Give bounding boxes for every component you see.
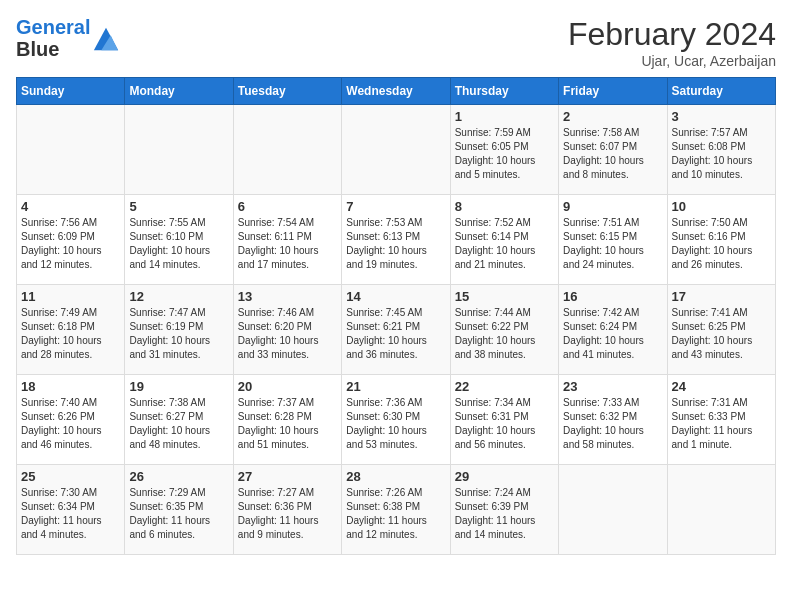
day-info: Sunrise: 7:34 AM Sunset: 6:31 PM Dayligh… xyxy=(455,396,554,452)
day-number: 12 xyxy=(129,289,228,304)
calendar-cell: 24Sunrise: 7:31 AM Sunset: 6:33 PM Dayli… xyxy=(667,375,775,465)
day-info: Sunrise: 7:41 AM Sunset: 6:25 PM Dayligh… xyxy=(672,306,771,362)
weekday-tuesday: Tuesday xyxy=(233,78,341,105)
weekday-monday: Monday xyxy=(125,78,233,105)
day-info: Sunrise: 7:51 AM Sunset: 6:15 PM Dayligh… xyxy=(563,216,662,272)
day-number: 24 xyxy=(672,379,771,394)
week-row-5: 25Sunrise: 7:30 AM Sunset: 6:34 PM Dayli… xyxy=(17,465,776,555)
weekday-friday: Friday xyxy=(559,78,667,105)
calendar-cell: 26Sunrise: 7:29 AM Sunset: 6:35 PM Dayli… xyxy=(125,465,233,555)
day-number: 21 xyxy=(346,379,445,394)
calendar-cell xyxy=(17,105,125,195)
calendar-cell: 29Sunrise: 7:24 AM Sunset: 6:39 PM Dayli… xyxy=(450,465,558,555)
weekday-saturday: Saturday xyxy=(667,78,775,105)
day-number: 8 xyxy=(455,199,554,214)
calendar-cell: 10Sunrise: 7:50 AM Sunset: 6:16 PM Dayli… xyxy=(667,195,775,285)
logo-text: GeneralBlue xyxy=(16,16,90,60)
calendar-cell: 8Sunrise: 7:52 AM Sunset: 6:14 PM Daylig… xyxy=(450,195,558,285)
day-info: Sunrise: 7:50 AM Sunset: 6:16 PM Dayligh… xyxy=(672,216,771,272)
day-info: Sunrise: 7:59 AM Sunset: 6:05 PM Dayligh… xyxy=(455,126,554,182)
day-info: Sunrise: 7:56 AM Sunset: 6:09 PM Dayligh… xyxy=(21,216,120,272)
day-info: Sunrise: 7:44 AM Sunset: 6:22 PM Dayligh… xyxy=(455,306,554,362)
calendar-cell xyxy=(233,105,341,195)
day-info: Sunrise: 7:26 AM Sunset: 6:38 PM Dayligh… xyxy=(346,486,445,542)
calendar-cell xyxy=(559,465,667,555)
calendar-cell: 20Sunrise: 7:37 AM Sunset: 6:28 PM Dayli… xyxy=(233,375,341,465)
logo-icon xyxy=(92,24,120,52)
location: Ujar, Ucar, Azerbaijan xyxy=(568,53,776,69)
page-header: GeneralBlue February 2024 Ujar, Ucar, Az… xyxy=(16,16,776,69)
day-info: Sunrise: 7:42 AM Sunset: 6:24 PM Dayligh… xyxy=(563,306,662,362)
calendar-cell xyxy=(667,465,775,555)
day-number: 15 xyxy=(455,289,554,304)
weekday-header-row: SundayMondayTuesdayWednesdayThursdayFrid… xyxy=(17,78,776,105)
calendar-cell: 4Sunrise: 7:56 AM Sunset: 6:09 PM Daylig… xyxy=(17,195,125,285)
day-info: Sunrise: 7:38 AM Sunset: 6:27 PM Dayligh… xyxy=(129,396,228,452)
day-info: Sunrise: 7:36 AM Sunset: 6:30 PM Dayligh… xyxy=(346,396,445,452)
day-number: 7 xyxy=(346,199,445,214)
calendar-cell: 27Sunrise: 7:27 AM Sunset: 6:36 PM Dayli… xyxy=(233,465,341,555)
day-number: 11 xyxy=(21,289,120,304)
calendar-cell: 19Sunrise: 7:38 AM Sunset: 6:27 PM Dayli… xyxy=(125,375,233,465)
calendar-cell: 22Sunrise: 7:34 AM Sunset: 6:31 PM Dayli… xyxy=(450,375,558,465)
title-area: February 2024 Ujar, Ucar, Azerbaijan xyxy=(568,16,776,69)
day-info: Sunrise: 7:37 AM Sunset: 6:28 PM Dayligh… xyxy=(238,396,337,452)
day-number: 27 xyxy=(238,469,337,484)
calendar-cell: 12Sunrise: 7:47 AM Sunset: 6:19 PM Dayli… xyxy=(125,285,233,375)
month-title: February 2024 xyxy=(568,16,776,53)
day-number: 28 xyxy=(346,469,445,484)
day-info: Sunrise: 7:46 AM Sunset: 6:20 PM Dayligh… xyxy=(238,306,337,362)
calendar-cell: 1Sunrise: 7:59 AM Sunset: 6:05 PM Daylig… xyxy=(450,105,558,195)
week-row-2: 4Sunrise: 7:56 AM Sunset: 6:09 PM Daylig… xyxy=(17,195,776,285)
calendar-cell: 13Sunrise: 7:46 AM Sunset: 6:20 PM Dayli… xyxy=(233,285,341,375)
day-info: Sunrise: 7:47 AM Sunset: 6:19 PM Dayligh… xyxy=(129,306,228,362)
calendar-cell: 3Sunrise: 7:57 AM Sunset: 6:08 PM Daylig… xyxy=(667,105,775,195)
day-number: 19 xyxy=(129,379,228,394)
day-number: 3 xyxy=(672,109,771,124)
day-info: Sunrise: 7:53 AM Sunset: 6:13 PM Dayligh… xyxy=(346,216,445,272)
day-number: 18 xyxy=(21,379,120,394)
calendar-cell: 25Sunrise: 7:30 AM Sunset: 6:34 PM Dayli… xyxy=(17,465,125,555)
day-info: Sunrise: 7:58 AM Sunset: 6:07 PM Dayligh… xyxy=(563,126,662,182)
calendar-cell xyxy=(342,105,450,195)
logo[interactable]: GeneralBlue xyxy=(16,16,120,60)
day-info: Sunrise: 7:29 AM Sunset: 6:35 PM Dayligh… xyxy=(129,486,228,542)
day-number: 2 xyxy=(563,109,662,124)
calendar-cell: 2Sunrise: 7:58 AM Sunset: 6:07 PM Daylig… xyxy=(559,105,667,195)
calendar-cell: 15Sunrise: 7:44 AM Sunset: 6:22 PM Dayli… xyxy=(450,285,558,375)
calendar-cell xyxy=(125,105,233,195)
day-number: 14 xyxy=(346,289,445,304)
week-row-3: 11Sunrise: 7:49 AM Sunset: 6:18 PM Dayli… xyxy=(17,285,776,375)
day-number: 29 xyxy=(455,469,554,484)
day-info: Sunrise: 7:57 AM Sunset: 6:08 PM Dayligh… xyxy=(672,126,771,182)
day-number: 20 xyxy=(238,379,337,394)
calendar-table: SundayMondayTuesdayWednesdayThursdayFrid… xyxy=(16,77,776,555)
week-row-4: 18Sunrise: 7:40 AM Sunset: 6:26 PM Dayli… xyxy=(17,375,776,465)
day-number: 10 xyxy=(672,199,771,214)
day-number: 26 xyxy=(129,469,228,484)
calendar-cell: 11Sunrise: 7:49 AM Sunset: 6:18 PM Dayli… xyxy=(17,285,125,375)
day-number: 1 xyxy=(455,109,554,124)
day-info: Sunrise: 7:54 AM Sunset: 6:11 PM Dayligh… xyxy=(238,216,337,272)
day-number: 13 xyxy=(238,289,337,304)
calendar-cell: 14Sunrise: 7:45 AM Sunset: 6:21 PM Dayli… xyxy=(342,285,450,375)
day-info: Sunrise: 7:30 AM Sunset: 6:34 PM Dayligh… xyxy=(21,486,120,542)
calendar-cell: 18Sunrise: 7:40 AM Sunset: 6:26 PM Dayli… xyxy=(17,375,125,465)
day-number: 25 xyxy=(21,469,120,484)
weekday-thursday: Thursday xyxy=(450,78,558,105)
day-info: Sunrise: 7:45 AM Sunset: 6:21 PM Dayligh… xyxy=(346,306,445,362)
calendar-cell: 9Sunrise: 7:51 AM Sunset: 6:15 PM Daylig… xyxy=(559,195,667,285)
calendar-cell: 28Sunrise: 7:26 AM Sunset: 6:38 PM Dayli… xyxy=(342,465,450,555)
day-info: Sunrise: 7:55 AM Sunset: 6:10 PM Dayligh… xyxy=(129,216,228,272)
day-number: 5 xyxy=(129,199,228,214)
calendar-cell: 21Sunrise: 7:36 AM Sunset: 6:30 PM Dayli… xyxy=(342,375,450,465)
day-info: Sunrise: 7:33 AM Sunset: 6:32 PM Dayligh… xyxy=(563,396,662,452)
day-info: Sunrise: 7:49 AM Sunset: 6:18 PM Dayligh… xyxy=(21,306,120,362)
day-info: Sunrise: 7:24 AM Sunset: 6:39 PM Dayligh… xyxy=(455,486,554,542)
day-info: Sunrise: 7:27 AM Sunset: 6:36 PM Dayligh… xyxy=(238,486,337,542)
week-row-1: 1Sunrise: 7:59 AM Sunset: 6:05 PM Daylig… xyxy=(17,105,776,195)
day-number: 9 xyxy=(563,199,662,214)
day-number: 16 xyxy=(563,289,662,304)
day-info: Sunrise: 7:52 AM Sunset: 6:14 PM Dayligh… xyxy=(455,216,554,272)
calendar-cell: 16Sunrise: 7:42 AM Sunset: 6:24 PM Dayli… xyxy=(559,285,667,375)
